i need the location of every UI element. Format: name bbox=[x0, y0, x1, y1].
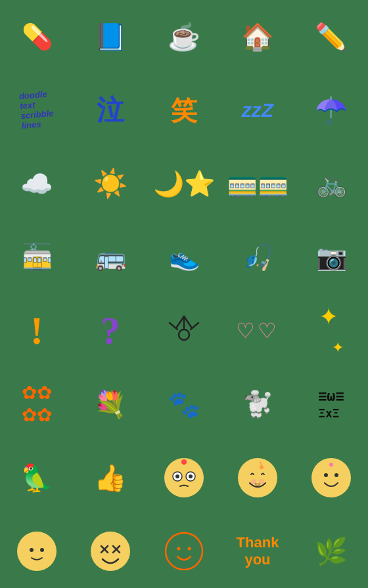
cell-cloud[interactable]: ☁️ bbox=[0, 147, 74, 220]
cell-house[interactable]: 🏠 bbox=[221, 0, 294, 74]
cell-face-content[interactable] bbox=[0, 514, 74, 588]
leaf-icon: 🌿 bbox=[315, 538, 348, 564]
thumbsup-icon: 👍 bbox=[94, 465, 127, 491]
cell-question[interactable]: ? bbox=[74, 294, 147, 368]
cell-flowers[interactable]: ✿✿✿✿ bbox=[0, 368, 74, 441]
cell-cry-doodle[interactable]: doodletextscribblelines bbox=[0, 74, 74, 147]
cell-cat[interactable]: ≡ω≡ΞxΞ bbox=[294, 368, 368, 441]
sun-icon: ☀️ bbox=[93, 170, 127, 198]
cell-shoe[interactable]: 👟 bbox=[147, 220, 221, 294]
cell-umbrella[interactable]: ☂️ bbox=[294, 74, 368, 147]
cell-bouquet[interactable]: 💐 bbox=[74, 368, 147, 441]
svg-point-30 bbox=[187, 547, 191, 550]
cry-doodle-icon: doodletextscribblelines bbox=[19, 89, 55, 131]
cell-book[interactable]: 📘 bbox=[74, 0, 147, 74]
train-icon: 🚃🚃 bbox=[227, 171, 288, 196]
cell-laugh[interactable]: 笑 bbox=[147, 74, 221, 147]
parrot-icon: 🦜 bbox=[20, 465, 53, 491]
cell-bang[interactable] bbox=[147, 294, 221, 368]
face-oo-icon bbox=[163, 457, 206, 499]
bike-icon: 🚲 bbox=[316, 171, 347, 196]
cell-dog-walk[interactable]: 🐩 bbox=[221, 368, 294, 441]
cat-face-icon: ≡ω≡ΞxΞ bbox=[318, 388, 344, 421]
house-icon: 🏠 bbox=[241, 24, 274, 50]
cell-leaf[interactable]: 🌿 bbox=[294, 514, 368, 588]
svg-point-0 bbox=[179, 329, 189, 340]
cell-face-oo[interactable] bbox=[147, 441, 221, 514]
thankyou-text: Thank you bbox=[237, 534, 279, 569]
face-content-icon bbox=[16, 530, 58, 573]
face-xd-icon bbox=[89, 530, 132, 573]
emoji-grid: 💊 📘 ☕ 🏠 ✏️ doodletextscribblelines 泣 笑 z… bbox=[0, 0, 368, 588]
bouquet-icon: 💐 bbox=[94, 391, 127, 417]
hearts-icon: ♡♡ bbox=[236, 318, 279, 343]
svg-point-28 bbox=[166, 533, 202, 570]
umbrella-icon: ☂️ bbox=[315, 97, 348, 123]
cell-pencil[interactable]: ✏️ bbox=[294, 0, 368, 74]
zzz-icon: zzZ bbox=[242, 99, 273, 121]
pill-icon: 💊 bbox=[22, 24, 53, 49]
cell-sparkle[interactable]: ✦✦ bbox=[294, 294, 368, 368]
cell-tram[interactable]: 🚋 bbox=[0, 220, 74, 294]
paws-icon: 🐾 bbox=[168, 391, 200, 417]
cell-sun[interactable]: ☀️ bbox=[74, 147, 147, 220]
svg-point-12 bbox=[238, 458, 277, 497]
svg-point-11 bbox=[181, 459, 187, 465]
svg-point-29 bbox=[177, 547, 180, 550]
svg-point-17 bbox=[324, 473, 328, 477]
fishing-icon: 🎣 bbox=[242, 245, 273, 270]
cell-thankyou[interactable]: Thank you bbox=[221, 514, 294, 588]
cell-zzz[interactable]: zzZ bbox=[221, 74, 294, 147]
svg-point-19 bbox=[329, 463, 333, 467]
cell-moon[interactable]: 🌙⭐ bbox=[147, 147, 221, 220]
svg-line-2 bbox=[184, 316, 192, 328]
cell-lol[interactable]: 泣 bbox=[74, 74, 147, 147]
question-icon: ? bbox=[101, 308, 120, 354]
cell-face-xd[interactable] bbox=[74, 514, 147, 588]
bang-icon bbox=[163, 310, 206, 352]
cell-train[interactable]: 🚃🚃 bbox=[221, 147, 294, 220]
cell-bike[interactable]: 🚲 bbox=[294, 147, 368, 220]
book-icon: 📘 bbox=[94, 24, 127, 50]
svg-line-1 bbox=[176, 316, 184, 328]
exclamation-icon: ! bbox=[30, 308, 43, 354]
laugh-kanji-icon: 笑 bbox=[171, 93, 197, 129]
cell-camera[interactable]: 📷 bbox=[294, 220, 368, 294]
svg-point-22 bbox=[40, 548, 44, 552]
cell-bus[interactable]: 🚌 bbox=[74, 220, 147, 294]
shoe-icon: 👟 bbox=[169, 245, 200, 270]
coffee-icon: ☕ bbox=[168, 24, 200, 50]
tram-icon: 🚋 bbox=[22, 245, 53, 270]
cry-kanji-icon: 泣 bbox=[97, 92, 124, 129]
cell-fishing[interactable]: 🎣 bbox=[221, 220, 294, 294]
cell-paws[interactable]: 🐾 bbox=[147, 368, 221, 441]
svg-point-18 bbox=[334, 473, 338, 477]
cell-pill[interactable]: 💊 bbox=[0, 0, 74, 74]
cell-exclaim[interactable]: ! bbox=[0, 294, 74, 368]
cell-coffee[interactable]: ☕ bbox=[147, 0, 221, 74]
flowers-icon: ✿✿✿✿ bbox=[22, 382, 52, 426]
bus-icon: 🚌 bbox=[95, 245, 126, 270]
cell-hearts[interactable]: ♡♡ bbox=[221, 294, 294, 368]
moon-star-icon: 🌙⭐ bbox=[153, 171, 215, 196]
cell-face-circle[interactable] bbox=[147, 514, 221, 588]
face-smile-icon bbox=[310, 457, 353, 499]
svg-point-20 bbox=[17, 532, 57, 571]
cell-face-smile[interactable] bbox=[294, 441, 368, 514]
svg-point-23 bbox=[91, 532, 130, 571]
svg-line-5 bbox=[191, 323, 198, 329]
sparkle-icon: ✦✦ bbox=[319, 303, 344, 358]
svg-point-13 bbox=[260, 465, 264, 469]
svg-line-4 bbox=[170, 323, 177, 329]
face-happy-icon bbox=[237, 457, 279, 499]
svg-point-21 bbox=[30, 548, 34, 552]
dog-walking-icon: 🐩 bbox=[242, 392, 273, 417]
svg-point-10 bbox=[189, 474, 193, 478]
svg-point-9 bbox=[175, 474, 179, 478]
cell-thumbsup[interactable]: 👍 bbox=[74, 441, 147, 514]
camera-icon: 📷 bbox=[316, 245, 347, 270]
face-circle-icon bbox=[163, 530, 206, 573]
cell-face-happy[interactable] bbox=[221, 441, 294, 514]
cell-parrot[interactable]: 🦜 bbox=[0, 441, 74, 514]
cloud-icon: ☁️ bbox=[20, 171, 53, 197]
